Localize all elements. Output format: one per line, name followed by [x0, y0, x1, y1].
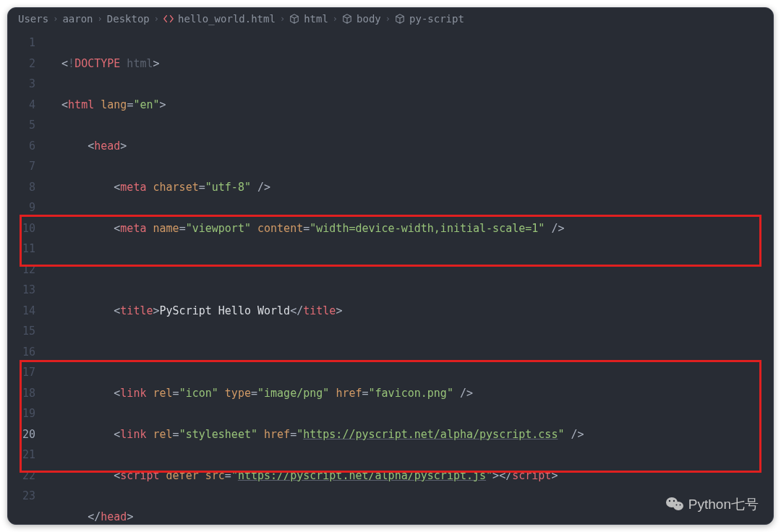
- line-number[interactable]: 9: [8, 197, 35, 218]
- line-number[interactable]: 19: [8, 403, 35, 424]
- line-number[interactable]: 13: [8, 280, 35, 301]
- symbol-icon: [342, 13, 352, 25]
- chevron-right-icon: ›: [280, 14, 285, 24]
- line-number-gutter[interactable]: 1 2 3 4 5 6 7 8 9 10 11 12 13 14 15 16 1…: [8, 30, 48, 525]
- line-number[interactable]: 20: [8, 424, 35, 445]
- chevron-right-icon: ›: [53, 14, 58, 24]
- breadcrumb-segment[interactable]: Users: [18, 13, 48, 25]
- svg-point-2: [669, 500, 670, 502]
- breadcrumb-symbol[interactable]: body: [357, 13, 381, 25]
- code-line[interactable]: <title>PyScript Hello World</title>: [48, 301, 773, 322]
- code-line[interactable]: <!DOCTYPE html>: [48, 53, 773, 74]
- code-line[interactable]: <link rel="icon" type="image/png" href="…: [48, 383, 773, 404]
- line-number[interactable]: 23: [8, 486, 35, 507]
- line-number[interactable]: 2: [8, 53, 35, 74]
- chevron-right-icon: ›: [385, 14, 390, 24]
- svg-point-5: [679, 505, 680, 506]
- code-line[interactable]: <script defer src="https://pyscript.net/…: [48, 466, 773, 486]
- svg-point-4: [675, 505, 677, 506]
- watermark-text: Python七号: [688, 495, 759, 514]
- line-number[interactable]: 15: [8, 321, 35, 342]
- line-number[interactable]: 17: [8, 362, 35, 383]
- line-number[interactable]: 3: [8, 74, 35, 95]
- svg-point-1: [673, 502, 683, 510]
- breadcrumb-symbol[interactable]: html: [304, 13, 328, 25]
- watermark: Python七号: [665, 495, 759, 514]
- code-line[interactable]: [48, 342, 773, 363]
- code-line[interactable]: [48, 259, 773, 280]
- line-number[interactable]: 11: [8, 239, 35, 259]
- line-number[interactable]: 16: [8, 342, 35, 363]
- code-line[interactable]: <head>: [48, 136, 773, 157]
- line-number[interactable]: 18: [8, 383, 35, 404]
- line-number[interactable]: 21: [8, 445, 35, 466]
- code-line[interactable]: </head>: [48, 507, 773, 525]
- code-line[interactable]: <meta name="viewport" content="width=dev…: [48, 218, 773, 239]
- code-line[interactable]: <html lang="en">: [48, 95, 773, 116]
- breadcrumb[interactable]: Users › aaron › Desktop › hello_world.ht…: [8, 8, 773, 30]
- code-line[interactable]: <link rel="stylesheet" href="https://pys…: [48, 424, 773, 445]
- code-line[interactable]: <meta charset="utf-8" />: [48, 177, 773, 198]
- breadcrumb-symbol[interactable]: py-script: [409, 13, 464, 25]
- line-number[interactable]: 8: [8, 177, 35, 198]
- line-number[interactable]: 5: [8, 115, 35, 136]
- wechat-icon: [665, 497, 684, 512]
- symbol-icon: [395, 13, 405, 25]
- chevron-right-icon: ›: [154, 14, 159, 24]
- line-number[interactable]: 10: [8, 218, 35, 239]
- chevron-right-icon: ›: [98, 14, 103, 24]
- line-number[interactable]: 12: [8, 259, 35, 280]
- line-number[interactable]: 6: [8, 136, 35, 157]
- line-number[interactable]: 4: [8, 95, 35, 116]
- code-file-icon: [163, 13, 174, 25]
- symbol-icon: [289, 13, 299, 25]
- line-number[interactable]: 14: [8, 301, 35, 322]
- code-editor: Users › aaron › Desktop › hello_world.ht…: [7, 7, 774, 525]
- line-number[interactable]: 1: [8, 33, 35, 53]
- breadcrumb-segment[interactable]: Desktop: [107, 13, 150, 25]
- line-number[interactable]: 7: [8, 156, 35, 177]
- breadcrumb-file[interactable]: hello_world.html: [178, 13, 276, 25]
- chevron-right-icon: ›: [333, 14, 338, 24]
- code-area[interactable]: <!DOCTYPE html> <html lang="en"> <head> …: [48, 30, 773, 525]
- line-number[interactable]: 22: [8, 466, 35, 486]
- editor-body: 1 2 3 4 5 6 7 8 9 10 11 12 13 14 15 16 1…: [8, 30, 773, 525]
- svg-point-3: [673, 500, 675, 502]
- breadcrumb-segment[interactable]: aaron: [62, 13, 93, 25]
